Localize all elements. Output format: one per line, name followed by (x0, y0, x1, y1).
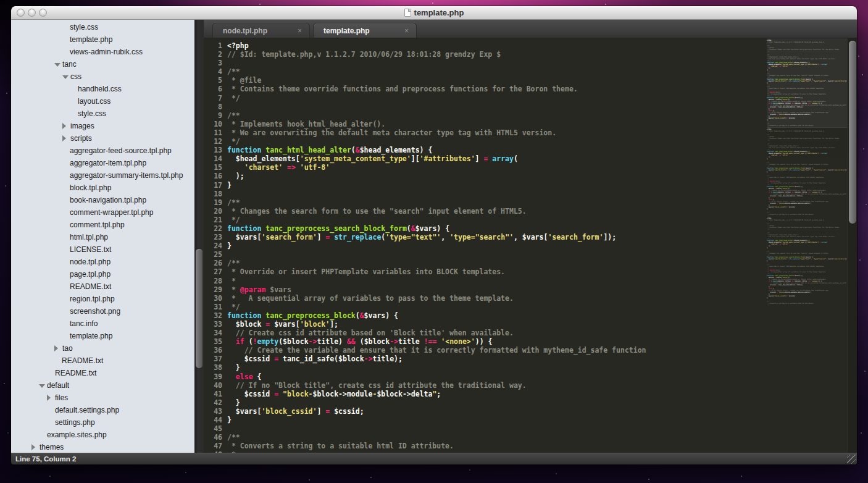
code-line[interactable]: function tanc_preprocess_search_block_fo… (227, 224, 764, 233)
editor-tab[interactable]: node.tpl.php× (212, 23, 310, 38)
tree-item[interactable]: template.php (11, 33, 194, 46)
code-line[interactable]: // If no "Block title", create css id at… (227, 381, 764, 390)
code-line[interactable]: /** (227, 198, 764, 207)
tree-item[interactable]: screenshot.png (11, 305, 194, 317)
tree-item[interactable]: node.tpl.php (11, 256, 194, 268)
code-line[interactable]: // Create css id attribute based on 'Blo… (227, 329, 764, 337)
tree-item[interactable]: html.tpl.php (11, 231, 194, 243)
code-line[interactable]: $cssid = "block-$block->module-$block->d… (227, 390, 764, 398)
code-line[interactable]: $cssid = tanc_id_safe($block->title); (227, 355, 764, 363)
code-line[interactable]: } (227, 398, 764, 407)
code-line[interactable]: /** (227, 433, 764, 442)
tree-item[interactable]: example.sites.php (11, 429, 194, 441)
code-line[interactable] (227, 190, 764, 198)
code-line[interactable]: * A sequential array of variables to pas… (227, 294, 764, 303)
code-line[interactable]: * @file (227, 76, 764, 85)
close-tab-icon[interactable]: × (404, 27, 416, 35)
code-line[interactable]: /** (227, 67, 764, 76)
code-line[interactable]: } (227, 363, 764, 372)
code-line[interactable]: */ (227, 216, 764, 224)
tree-item[interactable]: tanc.info (11, 317, 194, 330)
minimap[interactable]: <?php// $Id: template.php,v 1.1.2.7 2010… (767, 38, 847, 453)
editor-tab[interactable]: template.php× (313, 23, 417, 38)
code-line[interactable]: /** (227, 111, 764, 120)
minimize-window-button[interactable] (28, 9, 36, 17)
code-line[interactable] (227, 103, 764, 111)
tree-item[interactable]: comment.tpl.php (11, 219, 194, 231)
tree-item[interactable]: handheld.css (11, 83, 194, 95)
disclosure-triangle-icon[interactable] (39, 384, 45, 388)
code-line[interactable]: */ (227, 303, 764, 311)
code-line[interactable]: * Converts a string to a suitable html I… (227, 442, 764, 450)
tree-item[interactable]: views-admin-rubik.css (11, 46, 194, 58)
close-tab-icon[interactable]: × (298, 27, 309, 35)
code-line[interactable]: function tanc_preprocess_block(&$vars) { (227, 311, 764, 320)
code-line[interactable]: $vars['block_cssid'] = $cssid; (227, 407, 764, 416)
code-line[interactable]: * We are overwriting the default meta ch… (227, 128, 764, 137)
tree-item[interactable]: themes (11, 441, 194, 453)
tree-item[interactable]: tanc (11, 58, 194, 70)
disclosure-triangle-icon[interactable] (47, 395, 51, 401)
tree-item[interactable]: default.settings.php (11, 404, 194, 416)
sidebar-scrollbar[interactable] (194, 20, 204, 453)
editor-scrollbar[interactable] (847, 38, 857, 453)
code-line[interactable]: * Changes the search form to use the "se… (227, 207, 764, 216)
code-line[interactable]: * Override or insert PHPTemplate variabl… (227, 267, 764, 276)
code-line[interactable]: if (!empty($block->title) && ($block->ti… (227, 337, 764, 346)
code-editor[interactable]: 1234567891011121314151617181920212223242… (204, 38, 857, 453)
code-line[interactable]: else { (227, 372, 764, 381)
close-window-button[interactable] (17, 9, 25, 17)
tree-item[interactable]: images (11, 120, 194, 132)
code-line[interactable]: <?php (227, 41, 764, 50)
code-line[interactable]: * Contains theme override functions and … (227, 85, 764, 93)
code-line[interactable]: $vars['search_form'] = str_replace('type… (227, 233, 764, 242)
code-line[interactable]: * @param $vars (227, 285, 764, 294)
code-line[interactable]: // $Id: template.php,v 1.1.2.7 2010/06/2… (227, 50, 764, 59)
code-line[interactable]: */ (227, 137, 764, 146)
tree-item[interactable]: page.tpl.php (11, 268, 194, 280)
code-line[interactable]: } (227, 416, 764, 424)
code-line[interactable] (227, 424, 764, 433)
code-line[interactable]: 'charset' => 'utf-8' (227, 163, 764, 172)
tree-item[interactable]: comment-wrapper.tpl.php (11, 206, 194, 219)
code-line[interactable]: // Create the variable and ensure that i… (227, 346, 764, 355)
code-line[interactable]: $head_elements['system_meta_content_type… (227, 154, 764, 163)
tree-item[interactable]: aggregator-item.tpl.php (11, 157, 194, 169)
code-line[interactable]: $block = $vars['block']; (227, 320, 764, 329)
code-line[interactable]: } (227, 181, 764, 190)
tree-item[interactable]: tao (11, 342, 194, 355)
tree-item[interactable]: css (11, 70, 194, 83)
code-line[interactable]: /** (227, 259, 764, 267)
disclosure-triangle-icon[interactable] (31, 444, 35, 450)
tree-item[interactable]: LICENSE.txt (11, 243, 194, 256)
code-line[interactable]: * Implements hook_html_head_alter(). (227, 120, 764, 128)
code-line[interactable] (227, 250, 764, 259)
code-line[interactable]: } (227, 242, 764, 250)
tree-item[interactable]: layout.css (11, 95, 194, 107)
disclosure-triangle-icon[interactable] (62, 123, 66, 129)
editor-scrollbar-thumb[interactable] (849, 41, 856, 224)
tree-item[interactable]: block.tpl.php (11, 182, 194, 194)
tree-item[interactable]: README.txt (11, 355, 194, 367)
code-area[interactable]: <?php// $Id: template.php,v 1.1.2.7 2010… (227, 41, 764, 453)
resize-grip-icon[interactable] (847, 455, 856, 464)
tree-item[interactable]: scripts (11, 132, 194, 145)
code-line[interactable]: ); (227, 172, 764, 180)
disclosure-triangle-icon[interactable] (54, 63, 61, 67)
tree-item[interactable]: settings.php (11, 416, 194, 429)
tree-item[interactable]: default (11, 379, 194, 392)
tree-item[interactable]: template.php (11, 330, 194, 342)
code-line[interactable] (227, 59, 764, 67)
sidebar-scrollbar-thumb[interactable] (196, 249, 202, 368)
code-line[interactable]: */ (227, 94, 764, 103)
tree-item[interactable]: region.tpl.php (11, 293, 194, 305)
zoom-window-button[interactable] (39, 9, 47, 17)
tree-item[interactable]: aggregator-feed-source.tpl.php (11, 145, 194, 157)
tree-item[interactable]: style.css (11, 21, 194, 33)
tree-item[interactable]: README.txt (11, 280, 194, 293)
tree-item[interactable]: README.txt (11, 367, 194, 379)
tree-item[interactable]: book-navigation.tpl.php (11, 194, 194, 206)
disclosure-triangle-icon[interactable] (54, 345, 58, 351)
disclosure-triangle-icon[interactable] (62, 135, 66, 141)
code-line[interactable]: * (227, 277, 764, 285)
